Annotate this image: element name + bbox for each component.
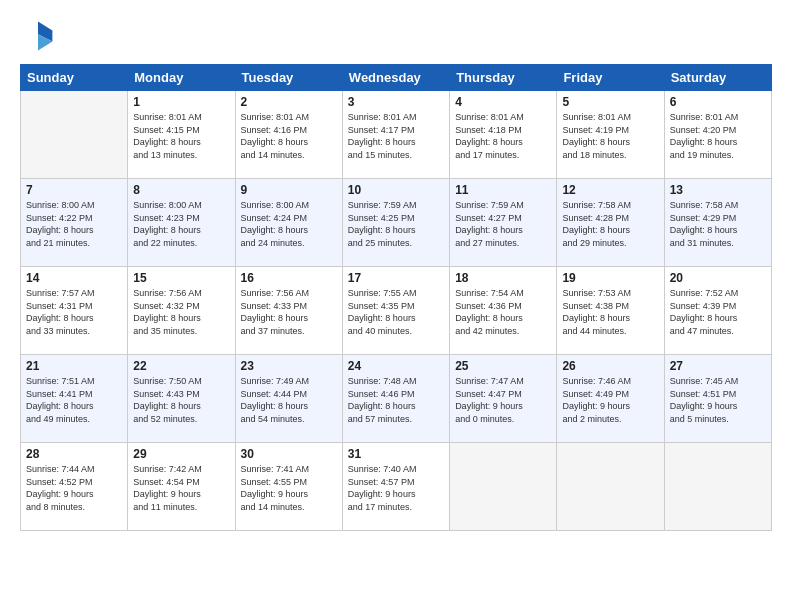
calendar-cell: 15Sunrise: 7:56 AM Sunset: 4:32 PM Dayli…: [128, 267, 235, 355]
calendar-cell: 3Sunrise: 8:01 AM Sunset: 4:17 PM Daylig…: [342, 91, 449, 179]
day-info: Sunrise: 7:46 AM Sunset: 4:49 PM Dayligh…: [562, 375, 658, 425]
day-info: Sunrise: 7:47 AM Sunset: 4:47 PM Dayligh…: [455, 375, 551, 425]
day-info: Sunrise: 8:00 AM Sunset: 4:22 PM Dayligh…: [26, 199, 122, 249]
day-info: Sunrise: 7:45 AM Sunset: 4:51 PM Dayligh…: [670, 375, 766, 425]
calendar-cell: 29Sunrise: 7:42 AM Sunset: 4:54 PM Dayli…: [128, 443, 235, 531]
calendar-cell: 8Sunrise: 8:00 AM Sunset: 4:23 PM Daylig…: [128, 179, 235, 267]
calendar-table: SundayMondayTuesdayWednesdayThursdayFrid…: [20, 64, 772, 531]
day-number: 30: [241, 447, 337, 461]
day-number: 29: [133, 447, 229, 461]
day-info: Sunrise: 7:57 AM Sunset: 4:31 PM Dayligh…: [26, 287, 122, 337]
calendar-cell: 23Sunrise: 7:49 AM Sunset: 4:44 PM Dayli…: [235, 355, 342, 443]
day-info: Sunrise: 7:54 AM Sunset: 4:36 PM Dayligh…: [455, 287, 551, 337]
calendar-week-row: 1Sunrise: 8:01 AM Sunset: 4:15 PM Daylig…: [21, 91, 772, 179]
day-number: 14: [26, 271, 122, 285]
weekday-header: Monday: [128, 65, 235, 91]
calendar-cell: 24Sunrise: 7:48 AM Sunset: 4:46 PM Dayli…: [342, 355, 449, 443]
day-info: Sunrise: 7:49 AM Sunset: 4:44 PM Dayligh…: [241, 375, 337, 425]
calendar-cell: 11Sunrise: 7:59 AM Sunset: 4:27 PM Dayli…: [450, 179, 557, 267]
day-info: Sunrise: 7:59 AM Sunset: 4:25 PM Dayligh…: [348, 199, 444, 249]
calendar-cell: 21Sunrise: 7:51 AM Sunset: 4:41 PM Dayli…: [21, 355, 128, 443]
calendar-cell: 1Sunrise: 8:01 AM Sunset: 4:15 PM Daylig…: [128, 91, 235, 179]
header: [20, 18, 772, 54]
calendar-cell: 27Sunrise: 7:45 AM Sunset: 4:51 PM Dayli…: [664, 355, 771, 443]
day-info: Sunrise: 7:50 AM Sunset: 4:43 PM Dayligh…: [133, 375, 229, 425]
calendar-cell: 30Sunrise: 7:41 AM Sunset: 4:55 PM Dayli…: [235, 443, 342, 531]
weekday-header: Thursday: [450, 65, 557, 91]
day-number: 3: [348, 95, 444, 109]
calendar-header-row: SundayMondayTuesdayWednesdayThursdayFrid…: [21, 65, 772, 91]
day-number: 1: [133, 95, 229, 109]
day-info: Sunrise: 7:40 AM Sunset: 4:57 PM Dayligh…: [348, 463, 444, 513]
calendar-cell: [21, 91, 128, 179]
day-number: 23: [241, 359, 337, 373]
day-number: 15: [133, 271, 229, 285]
day-info: Sunrise: 7:41 AM Sunset: 4:55 PM Dayligh…: [241, 463, 337, 513]
page: SundayMondayTuesdayWednesdayThursdayFrid…: [0, 0, 792, 612]
day-info: Sunrise: 7:56 AM Sunset: 4:32 PM Dayligh…: [133, 287, 229, 337]
calendar-cell: 12Sunrise: 7:58 AM Sunset: 4:28 PM Dayli…: [557, 179, 664, 267]
calendar-body: 1Sunrise: 8:01 AM Sunset: 4:15 PM Daylig…: [21, 91, 772, 531]
calendar-week-row: 21Sunrise: 7:51 AM Sunset: 4:41 PM Dayli…: [21, 355, 772, 443]
calendar-cell: 16Sunrise: 7:56 AM Sunset: 4:33 PM Dayli…: [235, 267, 342, 355]
calendar-week-row: 14Sunrise: 7:57 AM Sunset: 4:31 PM Dayli…: [21, 267, 772, 355]
calendar-cell: 20Sunrise: 7:52 AM Sunset: 4:39 PM Dayli…: [664, 267, 771, 355]
day-info: Sunrise: 7:52 AM Sunset: 4:39 PM Dayligh…: [670, 287, 766, 337]
day-info: Sunrise: 7:48 AM Sunset: 4:46 PM Dayligh…: [348, 375, 444, 425]
day-info: Sunrise: 8:01 AM Sunset: 4:17 PM Dayligh…: [348, 111, 444, 161]
day-info: Sunrise: 7:53 AM Sunset: 4:38 PM Dayligh…: [562, 287, 658, 337]
weekday-header: Sunday: [21, 65, 128, 91]
calendar-cell: [557, 443, 664, 531]
day-number: 2: [241, 95, 337, 109]
day-info: Sunrise: 7:58 AM Sunset: 4:29 PM Dayligh…: [670, 199, 766, 249]
day-number: 27: [670, 359, 766, 373]
day-number: 16: [241, 271, 337, 285]
day-info: Sunrise: 7:58 AM Sunset: 4:28 PM Dayligh…: [562, 199, 658, 249]
day-number: 5: [562, 95, 658, 109]
day-info: Sunrise: 8:01 AM Sunset: 4:15 PM Dayligh…: [133, 111, 229, 161]
calendar-cell: 17Sunrise: 7:55 AM Sunset: 4:35 PM Dayli…: [342, 267, 449, 355]
calendar-cell: 14Sunrise: 7:57 AM Sunset: 4:31 PM Dayli…: [21, 267, 128, 355]
day-info: Sunrise: 8:00 AM Sunset: 4:24 PM Dayligh…: [241, 199, 337, 249]
day-info: Sunrise: 7:51 AM Sunset: 4:41 PM Dayligh…: [26, 375, 122, 425]
day-number: 19: [562, 271, 658, 285]
calendar-cell: 26Sunrise: 7:46 AM Sunset: 4:49 PM Dayli…: [557, 355, 664, 443]
day-number: 4: [455, 95, 551, 109]
calendar-cell: [664, 443, 771, 531]
calendar-cell: 19Sunrise: 7:53 AM Sunset: 4:38 PM Dayli…: [557, 267, 664, 355]
day-info: Sunrise: 8:00 AM Sunset: 4:23 PM Dayligh…: [133, 199, 229, 249]
logo-icon: [20, 18, 56, 54]
calendar-cell: 18Sunrise: 7:54 AM Sunset: 4:36 PM Dayli…: [450, 267, 557, 355]
day-number: 17: [348, 271, 444, 285]
calendar-cell: 5Sunrise: 8:01 AM Sunset: 4:19 PM Daylig…: [557, 91, 664, 179]
calendar-week-row: 28Sunrise: 7:44 AM Sunset: 4:52 PM Dayli…: [21, 443, 772, 531]
day-number: 9: [241, 183, 337, 197]
day-info: Sunrise: 7:55 AM Sunset: 4:35 PM Dayligh…: [348, 287, 444, 337]
calendar-cell: [450, 443, 557, 531]
day-number: 28: [26, 447, 122, 461]
calendar-cell: 2Sunrise: 8:01 AM Sunset: 4:16 PM Daylig…: [235, 91, 342, 179]
day-number: 20: [670, 271, 766, 285]
day-number: 26: [562, 359, 658, 373]
day-info: Sunrise: 8:01 AM Sunset: 4:18 PM Dayligh…: [455, 111, 551, 161]
logo: [20, 18, 60, 54]
weekday-header: Tuesday: [235, 65, 342, 91]
day-info: Sunrise: 7:56 AM Sunset: 4:33 PM Dayligh…: [241, 287, 337, 337]
day-number: 7: [26, 183, 122, 197]
day-number: 11: [455, 183, 551, 197]
calendar-cell: 31Sunrise: 7:40 AM Sunset: 4:57 PM Dayli…: [342, 443, 449, 531]
day-info: Sunrise: 8:01 AM Sunset: 4:19 PM Dayligh…: [562, 111, 658, 161]
calendar-cell: 13Sunrise: 7:58 AM Sunset: 4:29 PM Dayli…: [664, 179, 771, 267]
day-info: Sunrise: 8:01 AM Sunset: 4:20 PM Dayligh…: [670, 111, 766, 161]
day-number: 31: [348, 447, 444, 461]
day-number: 8: [133, 183, 229, 197]
weekday-header: Friday: [557, 65, 664, 91]
calendar-cell: 4Sunrise: 8:01 AM Sunset: 4:18 PM Daylig…: [450, 91, 557, 179]
weekday-header: Wednesday: [342, 65, 449, 91]
day-info: Sunrise: 7:42 AM Sunset: 4:54 PM Dayligh…: [133, 463, 229, 513]
day-number: 21: [26, 359, 122, 373]
calendar-cell: 25Sunrise: 7:47 AM Sunset: 4:47 PM Dayli…: [450, 355, 557, 443]
day-number: 13: [670, 183, 766, 197]
day-number: 10: [348, 183, 444, 197]
calendar-cell: 7Sunrise: 8:00 AM Sunset: 4:22 PM Daylig…: [21, 179, 128, 267]
